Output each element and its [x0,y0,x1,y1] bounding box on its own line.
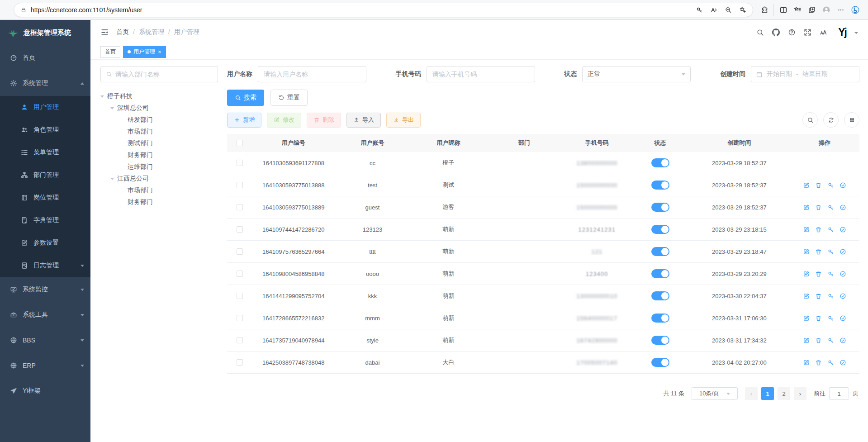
sidebar-item-log-mgmt[interactable]: 日志管理 [0,254,90,277]
select-all-checkbox[interactable] [237,140,243,146]
trash-icon[interactable] [815,204,822,211]
tree-expand-icon[interactable] [110,107,114,109]
add-button[interactable]: 新增 [227,113,261,128]
status-toggle[interactable] [651,314,669,323]
key-icon[interactable] [827,226,834,233]
sidebar-item-yi-framework[interactable]: Yi框架 [0,378,90,404]
check-circle-icon[interactable] [840,204,846,211]
read-aloud-icon[interactable] [707,4,720,16]
zoom-out-icon[interactable] [722,4,735,16]
tab-group-icon[interactable] [806,4,818,16]
tree-node[interactable]: 财务部门 [100,196,218,208]
date-start-placeholder[interactable]: 开始日期 [767,70,792,78]
sidebar-item-home[interactable]: 首页 [0,45,90,71]
user-avatar-logo[interactable]: Yj [838,27,846,38]
more-options-icon[interactable] [835,4,847,16]
row-checkbox[interactable] [237,204,243,210]
tree-node[interactable]: 运维部门 [100,161,218,173]
sidebar-item-monitor[interactable]: 系统监控 [0,277,90,302]
address-bar[interactable]: https://ccnetcore.com:1101/system/user [14,3,753,17]
row-checkbox[interactable] [237,271,243,277]
tree-node[interactable]: 深圳总公司 [100,102,218,114]
url-text[interactable]: https://ccnetcore.com:1101/system/user [31,6,689,14]
check-circle-icon[interactable] [840,293,846,299]
github-icon[interactable] [772,29,780,36]
edit-square-icon[interactable] [803,248,810,255]
tree-node[interactable]: 江西总公司 [100,173,218,185]
sidebar-item-menu-mgmt[interactable]: 菜单管理 [0,141,90,164]
tree-expand-icon[interactable] [100,95,104,98]
department-search-input[interactable] [115,71,213,78]
user-menu-caret-icon[interactable] [854,32,858,36]
status-toggle[interactable] [651,158,669,167]
status-select[interactable]: 正常 [582,66,691,82]
status-toggle[interactable] [651,269,669,278]
department-search[interactable] [100,66,218,82]
status-toggle[interactable] [651,181,669,190]
row-checkbox[interactable] [237,337,243,343]
sidebar-item-param-settings[interactable]: 参数设置 [0,232,90,254]
profile-avatar-icon[interactable] [820,4,833,16]
phone-input[interactable] [427,66,535,82]
edit-square-icon[interactable] [803,293,810,299]
mag-circle-button[interactable] [802,112,818,128]
edit-square-icon[interactable] [803,315,810,322]
trash-icon[interactable] [815,182,822,189]
key-icon[interactable] [827,359,834,366]
status-toggle[interactable] [651,291,669,300]
close-tag-icon[interactable]: × [158,49,161,55]
check-circle-icon[interactable] [840,271,846,277]
sidebar-item-tools[interactable]: 系统工具 [0,302,90,328]
status-toggle[interactable] [651,358,669,367]
trash-icon[interactable] [815,337,822,344]
tag-user-management[interactable]: 用户管理 × [123,46,166,58]
tree-node[interactable]: 测试部门 [100,138,218,149]
username-input[interactable] [258,66,366,82]
sidebar-item-role-mgmt[interactable]: 角色管理 [0,119,90,141]
row-checkbox[interactable] [237,160,243,166]
edit-square-icon[interactable] [803,337,810,344]
check-circle-icon[interactable] [840,359,846,366]
extensions-icon[interactable] [759,4,771,16]
next-page-button[interactable]: › [794,387,806,400]
collapse-sidebar-icon[interactable] [100,28,109,37]
tree-node[interactable]: 研发部门 [100,114,218,126]
page-button-2[interactable]: 2 [778,387,790,400]
prev-page-button[interactable]: ‹ [745,387,758,400]
sidebar-item-user-mgmt[interactable]: 用户管理 [0,96,90,119]
check-circle-icon[interactable] [840,248,846,255]
collections-icon[interactable] [791,4,804,16]
check-circle-icon[interactable] [840,226,846,233]
search-button[interactable]: 搜索 [227,90,264,106]
tree-node[interactable]: 财务部门 [100,149,218,161]
status-toggle[interactable] [651,225,669,234]
goto-page-input[interactable] [829,387,849,400]
trash-icon[interactable] [815,315,822,322]
breadcrumb-system[interactable]: 系统管理 [129,28,164,36]
sidebar-item-dict-mgmt[interactable]: 字典管理 [0,209,90,232]
check-circle-icon[interactable] [840,315,846,322]
sidebar-item-system[interactable]: 系统管理 [0,71,90,96]
edit-square-icon[interactable] [803,204,810,211]
bing-chat-icon[interactable] [849,4,862,16]
check-circle-icon[interactable] [840,182,846,189]
sidebar-item-erp[interactable]: ERP [0,353,90,378]
trash-icon[interactable] [815,271,822,277]
tag-home[interactable]: 首页 [100,46,120,58]
fontsize-icon[interactable] [820,29,827,36]
export-button[interactable]: 导出 [386,113,421,128]
breadcrumb-home[interactable]: 首页 [116,28,129,36]
row-checkbox[interactable] [237,248,243,255]
sync-circle-button[interactable] [823,112,839,128]
tree-node[interactable]: 市场部门 [100,185,218,196]
row-checkbox[interactable] [237,359,243,366]
edit-button[interactable]: 修改 [267,113,301,128]
row-checkbox[interactable] [237,226,243,233]
sidebar-item-post-mgmt[interactable]: 岗位管理 [0,186,90,209]
trash-icon[interactable] [815,226,822,233]
sidebar-item-dept-mgmt[interactable]: 部门管理 [0,164,90,186]
tree-expand-icon[interactable] [110,178,114,180]
tree-node[interactable]: 市场部门 [100,126,218,138]
edit-square-icon[interactable] [803,182,810,189]
help-icon[interactable] [788,29,796,36]
